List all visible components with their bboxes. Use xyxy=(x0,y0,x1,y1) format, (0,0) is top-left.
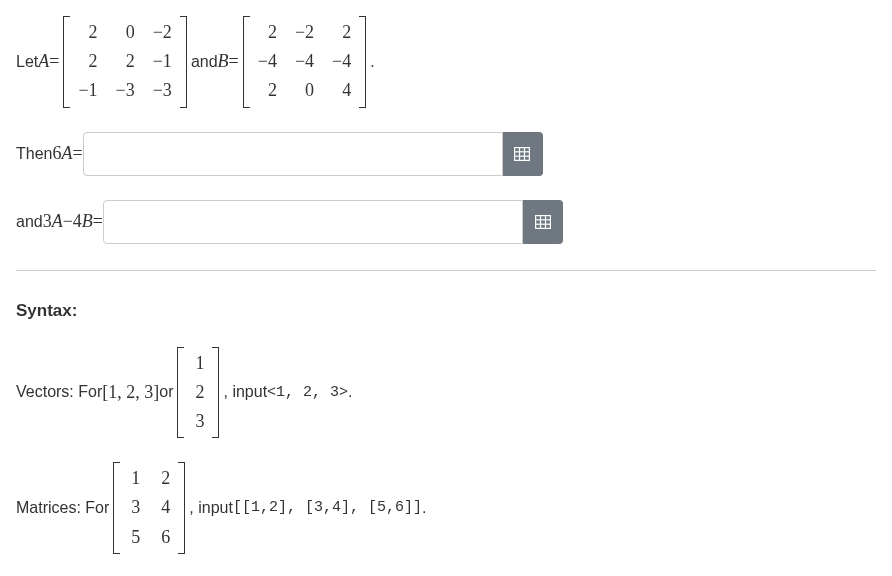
matrix-cell: 2 xyxy=(332,20,351,45)
expr-eq-2: = xyxy=(93,211,103,232)
matrices-period: . xyxy=(422,499,426,517)
matrices-input-pre: , input xyxy=(189,499,233,517)
expr-6a-eq: = xyxy=(72,143,82,164)
matrix-a-grid: 2 0 −2 2 2 −1 −1 −3 −3 xyxy=(70,16,179,108)
svg-rect-0 xyxy=(515,147,530,160)
syntax-heading: Syntax: xyxy=(16,301,876,321)
equals-b: = xyxy=(229,51,239,72)
question-3a-4b: and 3 A − 4 B = xyxy=(16,200,876,244)
matrices-prefix: Matrices: For xyxy=(16,499,109,517)
matrix-cell: −2 xyxy=(295,20,314,45)
bracket-left xyxy=(113,462,120,554)
answer-input-3a-4b[interactable] xyxy=(103,200,523,244)
matrix-cell: 2 xyxy=(158,466,170,491)
vector-col-grid: 1 2 3 xyxy=(184,347,212,439)
math-keypad-button[interactable] xyxy=(523,200,563,244)
matrix-cell: 2 xyxy=(78,49,97,74)
grid-icon xyxy=(514,147,530,161)
bracket-right xyxy=(212,347,219,439)
equals-a: = xyxy=(49,51,59,72)
vectors-input-pre: , input xyxy=(223,383,267,401)
bracket-left xyxy=(63,16,70,108)
matrix-example-grid: 1 2 3 4 5 6 xyxy=(120,462,178,554)
and-text-2: and xyxy=(16,213,43,231)
matrix-cell: 1 xyxy=(192,351,204,376)
matrices-code: [[1,2], [3,4], [5,6]] xyxy=(233,499,422,516)
answer-input-6a[interactable] xyxy=(83,132,503,176)
expr-6a-var: A xyxy=(61,143,72,164)
grid-icon xyxy=(535,215,551,229)
matrix-cell: −4 xyxy=(295,49,314,74)
vector-row-example: [1, 2, 3] xyxy=(102,382,159,403)
matrix-cell: −4 xyxy=(258,49,277,74)
matrix-a: 2 0 −2 2 2 −1 −1 −3 −3 xyxy=(63,16,186,108)
matrix-cell: 5 xyxy=(128,525,140,550)
syntax-matrices-row: Matrices: For 1 2 3 4 5 6 , input [[1,2]… xyxy=(16,462,876,554)
var-a: A xyxy=(38,51,49,72)
matrix-cell: 4 xyxy=(332,78,351,103)
matrix-cell: 2 xyxy=(258,20,277,45)
period: . xyxy=(370,53,374,71)
matrix-cell: −2 xyxy=(153,20,172,45)
matrix-cell: 3 xyxy=(128,495,140,520)
matrix-cell: 3 xyxy=(192,409,204,434)
matrix-cell: 1 xyxy=(128,466,140,491)
matrix-cell: 0 xyxy=(116,20,135,45)
matrix-cell: −3 xyxy=(116,78,135,103)
matrix-b: 2 −2 2 −4 −4 −4 2 0 4 xyxy=(243,16,366,108)
bracket-left xyxy=(177,347,184,439)
expr-3a-var: A xyxy=(52,211,63,232)
bracket-right xyxy=(359,16,366,108)
matrix-example: 1 2 3 4 5 6 xyxy=(113,462,185,554)
bracket-right xyxy=(178,462,185,554)
vectors-code: <1, 2, 3> xyxy=(267,384,348,401)
vectors-prefix: Vectors: For xyxy=(16,383,102,401)
syntax-vectors-row: Vectors: For [1, 2, 3] or 1 2 3 , input … xyxy=(16,347,876,439)
matrix-cell: 2 xyxy=(78,20,97,45)
matrix-cell: 2 xyxy=(192,380,204,405)
expr-4b-coeff: 4 xyxy=(73,211,82,232)
expr-4b-var: B xyxy=(82,211,93,232)
matrix-cell: 4 xyxy=(158,495,170,520)
svg-rect-5 xyxy=(535,215,550,228)
matrix-cell: 2 xyxy=(258,78,277,103)
matrix-cell: 6 xyxy=(158,525,170,550)
matrix-cell: −1 xyxy=(78,78,97,103)
matrix-b-grid: 2 −2 2 −4 −4 −4 2 0 4 xyxy=(250,16,359,108)
expr-3a-coeff: 3 xyxy=(43,211,52,232)
and-text: and xyxy=(191,53,218,71)
matrix-cell: 0 xyxy=(295,78,314,103)
let-text: Let xyxy=(16,53,38,71)
var-b: B xyxy=(218,51,229,72)
matrix-cell: 2 xyxy=(116,49,135,74)
question-6a: Then 6 A = xyxy=(16,132,876,176)
matrix-cell: −4 xyxy=(332,49,351,74)
divider xyxy=(16,270,876,271)
vectors-period: . xyxy=(348,383,352,401)
matrix-cell: −3 xyxy=(153,78,172,103)
problem-statement: Let A = 2 0 −2 2 2 −1 −1 −3 −3 and B = 2… xyxy=(16,16,876,108)
bracket-right xyxy=(180,16,187,108)
math-keypad-button[interactable] xyxy=(503,132,543,176)
matrix-cell: −1 xyxy=(153,49,172,74)
or-text: or xyxy=(159,383,173,401)
then-text: Then xyxy=(16,145,52,163)
vector-col-example: 1 2 3 xyxy=(177,347,219,439)
expr-minus: − xyxy=(63,211,73,232)
bracket-left xyxy=(243,16,250,108)
